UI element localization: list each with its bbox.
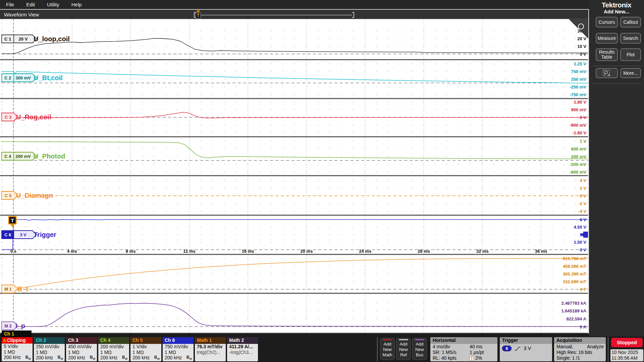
tick-label-m2: 2.467783 kA xyxy=(561,301,587,306)
sidebar-divider xyxy=(592,83,641,84)
menu-item-help[interactable]: Help xyxy=(71,2,82,7)
tick-label-c2: 750 mV xyxy=(571,69,586,74)
callout-button[interactable]: Callout xyxy=(620,17,641,27)
channel-badge-c2[interactable]: C 2300 mV xyxy=(2,74,37,82)
time-tick-label: 20 ms xyxy=(301,249,313,254)
add-new-math-button[interactable]: AddNewMath xyxy=(380,338,395,360)
menu-item-utility[interactable]: Utility xyxy=(47,2,59,7)
time-text: 11:35:56 AM xyxy=(611,355,643,361)
horizontal-window: 40 ms xyxy=(470,344,482,350)
channel-badge-c3[interactable]: C 3 xyxy=(2,113,18,121)
channel-badge-ch6[interactable]: Ch 6750 mV/div1 MΩ200 kHzBW xyxy=(163,337,194,361)
channel-badge-m1[interactable]: M 1 xyxy=(2,285,18,293)
tick-label-c4: -200 mV xyxy=(570,162,586,167)
menu-item-edit[interactable]: Edit xyxy=(26,2,35,7)
tick-label-c5: 4 V xyxy=(580,178,586,183)
acquisition-resolution: High Res: 16 bits xyxy=(556,350,592,355)
channel-badge-math2[interactable]: Math 2411.29 A/...-Intg(Ch3... xyxy=(227,337,258,361)
zoom-corner-handle[interactable] xyxy=(569,19,588,38)
trigger-panel[interactable]: Trigger 6 3 V xyxy=(500,337,552,361)
tick-label-c4: -600 mV xyxy=(570,170,586,175)
channel-name-label-c2: U_Bt,coil xyxy=(34,74,63,81)
channel-setting: 750 mV/div xyxy=(163,344,194,350)
measure-button[interactable]: Measure xyxy=(596,33,618,44)
search-button[interactable]: Search xyxy=(620,33,641,44)
tektronix-logo: Tektronix xyxy=(589,1,644,9)
tick-label-m2: 822.594 A xyxy=(566,316,586,321)
channel-setting: 411.29 A/... xyxy=(227,344,258,350)
waveform-graticule[interactable]: 30 V20 V10 V0 V1.25 V750 mV250 mV-250 mV… xyxy=(0,19,588,334)
svg-text:20 V: 20 V xyxy=(19,37,28,42)
channel-badge-ch5[interactable]: Ch 51 V/div1 MΩ200 kHzBW xyxy=(130,337,161,361)
tick-label-c5: -4 V xyxy=(578,209,586,214)
channel-tab-ch1[interactable]: Ch 1 xyxy=(2,330,32,337)
horizontal-panel-title: Horizontal xyxy=(430,337,497,344)
channel-name-label-c6: Trigger xyxy=(34,231,56,238)
waveform-trace-c4[interactable] xyxy=(2,141,588,159)
trigger-position-indicator[interactable]: T xyxy=(195,10,201,19)
results-table-button[interactable]: Results Table xyxy=(596,48,618,61)
bandwidth-limit-badge: BW xyxy=(25,355,31,360)
plot-button[interactable]: Plot xyxy=(620,48,641,61)
trigger-position-flag[interactable]: T xyxy=(9,217,16,227)
channel-name-label-c1: U_loop,coil xyxy=(34,35,70,43)
channel-badge-ch3[interactable]: Ch 3450 mV/div1 MΩ200 kHzBW xyxy=(66,337,97,361)
channel-setting: 76.3 mT/div xyxy=(195,344,226,350)
more-button[interactable]: More... xyxy=(620,68,641,78)
channel-badge-ch2[interactable]: Ch 2250 mV/div1 MΩ200 kHzBW xyxy=(34,337,65,361)
date-text: 10 Nov 2025 xyxy=(611,350,643,355)
channel-badge-c1[interactable]: C 120 V xyxy=(2,35,37,43)
acquisition-analyze: Analyze xyxy=(587,344,604,350)
view-title: Waveform View xyxy=(4,12,39,17)
channel-setting: 1 MΩ xyxy=(130,350,161,355)
channel-setting: 200 mV/div xyxy=(98,344,129,350)
tick-label-c2: -750 mV xyxy=(570,92,586,97)
channel-setting: 1 MΩ xyxy=(34,350,65,355)
svg-text:C 3: C 3 xyxy=(5,115,11,120)
tick-label-c3: 900 mV xyxy=(571,107,586,112)
tick-label-c5: 0 V xyxy=(580,193,586,198)
channel-badge-ch4[interactable]: Ch 4200 mV/div1 MΩ200 kHzBW xyxy=(98,337,129,361)
tick-label-m2: 0 A xyxy=(580,324,586,329)
bottom-separator xyxy=(608,337,608,361)
svg-text:M 1: M 1 xyxy=(4,287,12,292)
channel-badge-header: Math 1 xyxy=(195,337,226,344)
slider-track[interactable] xyxy=(196,15,352,15)
datetime-display[interactable]: 10 Nov 2025 11:35:56 AM xyxy=(610,349,643,361)
bottom-separator xyxy=(377,337,378,361)
horizontal-panel[interactable]: Horizontal 4 ms/div40 ms SR: 1 MS/s1 µs/… xyxy=(430,337,497,361)
zoom-select-icon xyxy=(602,69,612,77)
channel-badge-math1[interactable]: Math 176.3 mT/divIntg(Ch2)... xyxy=(195,337,226,361)
time-tick-label: 36 ms xyxy=(535,249,547,254)
menu-item-file[interactable]: File xyxy=(6,2,14,7)
right-sidebar: Tektronix Add New... Cursors Callout Mea… xyxy=(589,0,644,337)
time-tick-label: 0 s xyxy=(10,249,16,254)
time-tick-label: 28 ms xyxy=(418,249,430,254)
channel-badge-c5[interactable]: C 5 xyxy=(2,191,18,199)
channel-setting: Intg(Ch2)... xyxy=(195,350,226,355)
channel-setting: 1 V/div xyxy=(130,344,161,350)
tick-label-c1: 10 V xyxy=(577,44,586,49)
add-new-ref-button[interactable]: AddNewRef xyxy=(396,338,411,360)
cursors-button[interactable]: Cursors xyxy=(596,17,618,27)
tick-label-c5: 2 V xyxy=(580,186,586,191)
channel-name-label-c5: U_Diamagn xyxy=(16,192,53,199)
svg-text:M 2: M 2 xyxy=(4,323,12,328)
channel-badge-ch1[interactable]: ⚠Clipping5 V/div1 MΩ200 kHzBW xyxy=(2,337,33,361)
acquisition-panel[interactable]: Acquisition Manual,Analyze High Res: 16 … xyxy=(554,337,606,361)
waveform-trace-c3[interactable] xyxy=(2,112,588,122)
tick-label-c6: 1.50 V xyxy=(574,240,586,245)
channel-badge-c6[interactable]: C 63 V xyxy=(2,231,37,239)
zoom-select-button[interactable] xyxy=(596,68,618,78)
channel-badge-c4[interactable]: C 4200 mV xyxy=(2,152,37,160)
waveform-trace-c2[interactable] xyxy=(2,71,588,83)
tick-label-c4: 200 mV xyxy=(571,154,586,159)
tick-label-c5: -2 V xyxy=(578,201,586,206)
run-stop-status-button[interactable]: Stopped xyxy=(611,338,643,347)
channel-name-label-m2: I_p xyxy=(15,322,25,329)
trigger-position-percent: 2% xyxy=(475,355,482,361)
add-new-bus-button[interactable]: AddNewBus xyxy=(412,338,427,360)
horizontal-resolution: 1 µs/pt xyxy=(470,350,484,355)
waveform-trace-m2[interactable] xyxy=(2,303,588,327)
horizontal-position-slider[interactable]: T xyxy=(194,10,354,19)
